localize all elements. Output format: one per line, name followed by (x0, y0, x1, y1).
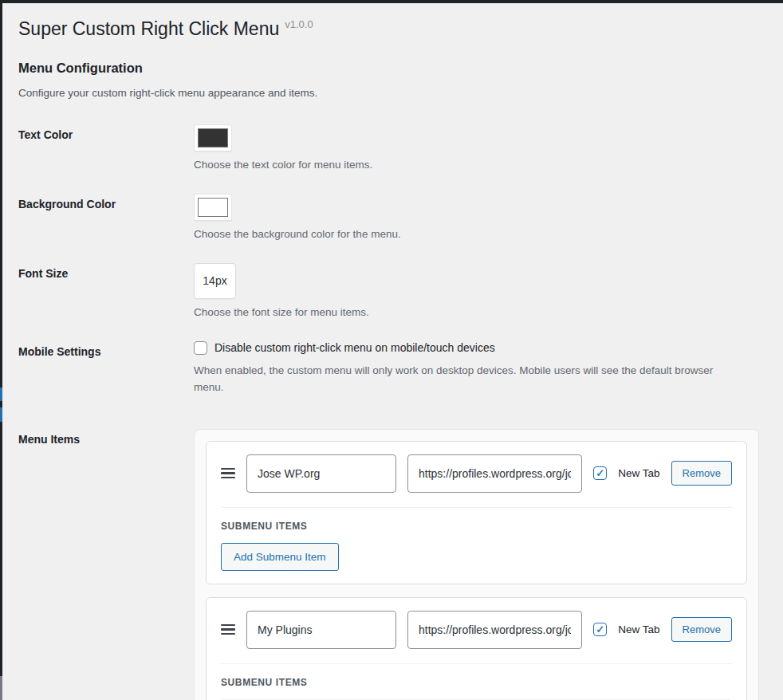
text-color-picker[interactable] (194, 124, 232, 151)
new-tab-checkbox[interactable] (593, 466, 607, 480)
admin-top-bar (0, 0, 783, 3)
menu-item-card: New Tab Remove SUBMENU ITEMS Add Submenu… (206, 441, 747, 584)
menu-item-name-input[interactable] (246, 611, 396, 649)
admin-menu-highlight (0, 387, 2, 401)
menu-items-panel: New Tab Remove SUBMENU ITEMS Add Submenu… (194, 429, 759, 700)
background-color-picker[interactable] (194, 194, 232, 221)
menu-item-url-input[interactable] (407, 454, 582, 493)
remove-item-button[interactable]: Remove (671, 617, 732, 642)
new-tab-checkbox[interactable] (593, 623, 607, 636)
admin-menu-edge (0, 0, 2, 700)
submenu-items-heading: SUBMENU ITEMS (221, 677, 732, 688)
drag-handle-icon[interactable] (221, 468, 235, 479)
mobile-settings-description: When enabled, the custom menu will only … (194, 363, 736, 396)
version-badge: v1.0.0 (285, 18, 313, 30)
new-tab-label[interactable]: New Tab (618, 467, 659, 479)
font-size-row: Font Size 14px Choose the font size for … (18, 263, 759, 318)
text-color-description: Choose the text color for menu items. (194, 159, 759, 171)
remove-item-button[interactable]: Remove (671, 461, 732, 486)
drag-handle-icon[interactable] (221, 624, 235, 635)
text-color-row: Text Color Choose the text color for men… (18, 124, 759, 171)
font-size-label: Font Size (18, 263, 194, 280)
menu-items-row: Menu Items New Tab Remove (18, 429, 759, 700)
text-color-label: Text Color (18, 124, 194, 141)
menu-item-url-input[interactable] (407, 611, 582, 649)
settings-page: Super Custom Right Click Menuv1.0.0 Menu… (18, 0, 759, 700)
section-title: Menu Configuration (18, 61, 759, 76)
submenu-items-heading: SUBMENU ITEMS (221, 521, 732, 532)
mobile-settings-row: Mobile Settings Disable custom right-cli… (18, 341, 759, 396)
font-size-input[interactable]: 14px (194, 263, 236, 299)
admin-menu-highlight (0, 407, 2, 422)
new-tab-label[interactable]: New Tab (618, 623, 659, 635)
section-description: Configure your custom right-click menu a… (18, 87, 759, 99)
settings-form: Text Color Choose the text color for men… (18, 124, 759, 700)
background-color-row: Background Color Choose the background c… (18, 194, 759, 240)
text-color-swatch (198, 128, 228, 147)
page-title: Super Custom Right Click Menuv1.0.0 (18, 18, 759, 41)
add-submenu-item-button[interactable]: Add Submenu Item (221, 543, 339, 571)
background-color-label: Background Color (18, 194, 194, 210)
background-color-description: Choose the background color for the menu… (194, 228, 759, 240)
menu-item-card: New Tab Remove SUBMENU ITEMS New Ta (206, 597, 747, 700)
background-color-swatch (198, 198, 228, 217)
mobile-disable-checkbox-label[interactable]: Disable custom right-click menu on mobil… (214, 341, 495, 354)
mobile-settings-label: Mobile Settings (18, 341, 194, 358)
font-size-description: Choose the font size for menu items. (194, 306, 759, 318)
menu-item-name-input[interactable] (246, 454, 396, 493)
divider (221, 507, 732, 508)
menu-items-label: Menu Items (18, 429, 194, 446)
mobile-disable-checkbox[interactable] (194, 341, 207, 355)
plugin-name: Super Custom Right Click Menu (18, 18, 279, 39)
divider (221, 663, 732, 664)
admin-menu-collapse-edge (0, 676, 2, 700)
